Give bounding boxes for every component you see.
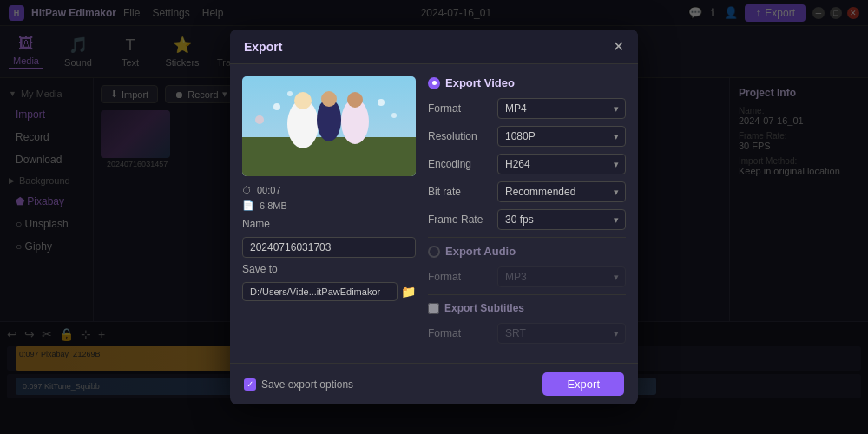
preview-thumbnail bbox=[242, 76, 416, 176]
preview-meta: ⏱ 00:07 📄 6.8MB bbox=[242, 185, 416, 211]
svg-point-10 bbox=[378, 99, 385, 106]
modal-close-button[interactable]: ✕ bbox=[613, 38, 624, 55]
export-subtitles-section: Export Subtitles Format SRT bbox=[428, 302, 626, 344]
export-audio-radio[interactable] bbox=[428, 246, 440, 258]
format-row: Format MP4MOVAVI bbox=[428, 98, 626, 119]
subtitles-format-row: Format SRT bbox=[428, 323, 626, 344]
encoding-select[interactable]: H264H265VP9 bbox=[497, 154, 626, 174]
svg-point-8 bbox=[273, 103, 280, 110]
duration-row: ⏱ 00:07 bbox=[242, 185, 416, 195]
export-modal-button[interactable]: Export bbox=[542, 372, 624, 396]
file-icon: 📄 bbox=[242, 200, 254, 211]
framerate-select-wrapper: 24 fps30 fps60 fps bbox=[497, 209, 626, 230]
encoding-label: Encoding bbox=[428, 158, 497, 170]
section-divider-2 bbox=[428, 294, 626, 295]
name-field-label: Name bbox=[242, 218, 312, 230]
save-options-checkbox: ✓ bbox=[244, 378, 256, 391]
subtitles-format-select: SRT bbox=[497, 323, 626, 344]
audio-format-select: MP3 bbox=[497, 266, 626, 287]
framerate-select[interactable]: 24 fps30 fps60 fps bbox=[497, 209, 626, 230]
svg-point-3 bbox=[294, 92, 312, 109]
save-to-path: D:/Users/Vide...itPawEdimakor bbox=[242, 282, 398, 301]
export-audio-label: Export Audio bbox=[445, 245, 516, 258]
resolution-select[interactable]: 720P1080P2K4K bbox=[497, 126, 626, 147]
encoding-row: Encoding H264H265VP9 bbox=[428, 154, 626, 174]
modal-header: Export ✕ bbox=[230, 30, 638, 64]
name-row: Name bbox=[242, 218, 416, 230]
modal-overlay: Export ✕ bbox=[0, 0, 868, 434]
export-subtitles-checkbox[interactable] bbox=[428, 303, 439, 314]
save-to-wrapper: D:/Users/Vide...itPawEdimakor 📁 bbox=[242, 282, 416, 301]
format-label: Format bbox=[428, 102, 497, 115]
resolution-select-wrapper: 720P1080P2K4K bbox=[497, 126, 626, 147]
svg-point-11 bbox=[391, 113, 397, 118]
duration-value: 00:07 bbox=[257, 185, 281, 195]
encoding-select-wrapper: H264H265VP9 bbox=[497, 154, 626, 174]
save-options-label[interactable]: ✓ Save export options bbox=[244, 378, 353, 391]
subtitles-format-label: Format bbox=[428, 327, 497, 339]
export-modal: Export ✕ bbox=[230, 30, 638, 404]
modal-body: ⏱ 00:07 📄 6.8MB Name Save to bbox=[230, 64, 638, 363]
bitrate-row: Bit rate LowRecommendedHigh bbox=[428, 181, 626, 202]
export-video-header: Export Video bbox=[428, 76, 626, 89]
framerate-label: Frame Rate bbox=[428, 214, 497, 226]
clock-icon: ⏱ bbox=[242, 185, 252, 195]
export-video-label: Export Video bbox=[445, 76, 515, 89]
settings-pane: Export Video Format MP4MOVAVI Resolution… bbox=[428, 76, 626, 351]
subtitles-format-select-wrapper: SRT bbox=[497, 323, 626, 344]
svg-rect-1 bbox=[242, 137, 416, 176]
section-divider bbox=[428, 237, 626, 238]
format-select-wrapper: MP4MOVAVI bbox=[497, 98, 626, 119]
size-row: 📄 6.8MB bbox=[242, 200, 416, 211]
size-value: 6.8MB bbox=[260, 201, 287, 211]
bitrate-label: Bit rate bbox=[428, 186, 497, 198]
export-audio-section: Export Audio Format MP3 bbox=[428, 245, 626, 287]
bitrate-select[interactable]: LowRecommendedHigh bbox=[497, 181, 626, 202]
svg-point-12 bbox=[255, 115, 264, 124]
resolution-label: Resolution bbox=[428, 130, 497, 142]
bitrate-select-wrapper: LowRecommendedHigh bbox=[497, 181, 626, 202]
save-to-label: Save to bbox=[242, 263, 312, 275]
framerate-row: Frame Rate 24 fps30 fps60 fps bbox=[428, 209, 626, 230]
format-select[interactable]: MP4MOVAVI bbox=[497, 98, 626, 119]
export-audio-header: Export Audio bbox=[428, 245, 626, 258]
resolution-row: Resolution 720P1080P2K4K bbox=[428, 126, 626, 147]
modal-title: Export bbox=[244, 40, 282, 54]
export-video-radio[interactable] bbox=[428, 77, 440, 89]
audio-format-label: Format bbox=[428, 271, 497, 283]
browse-folder-button[interactable]: 📁 bbox=[401, 285, 416, 299]
svg-point-5 bbox=[321, 91, 337, 107]
export-subtitles-label: Export Subtitles bbox=[444, 302, 524, 314]
svg-point-7 bbox=[347, 92, 363, 108]
modal-footer: ✓ Save export options Export bbox=[230, 363, 638, 404]
preview-image bbox=[242, 76, 416, 176]
save-to-row: Save to bbox=[242, 263, 416, 275]
audio-format-row: Format MP3 bbox=[428, 266, 626, 287]
export-subtitles-header: Export Subtitles bbox=[428, 302, 626, 314]
audio-format-select-wrapper: MP3 bbox=[497, 266, 626, 287]
preview-pane: ⏱ 00:07 📄 6.8MB Name Save to bbox=[242, 76, 416, 351]
name-input[interactable] bbox=[242, 237, 416, 258]
svg-point-9 bbox=[287, 91, 293, 96]
